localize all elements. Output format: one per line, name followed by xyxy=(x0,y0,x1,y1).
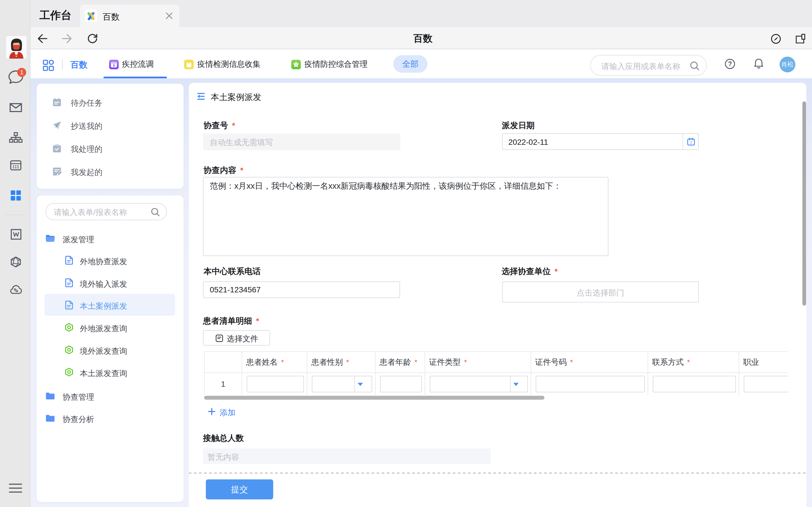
svg-text:7: 7 xyxy=(690,140,692,145)
svg-text:¥: ¥ xyxy=(113,63,115,68)
svg-text:?: ? xyxy=(728,60,732,68)
